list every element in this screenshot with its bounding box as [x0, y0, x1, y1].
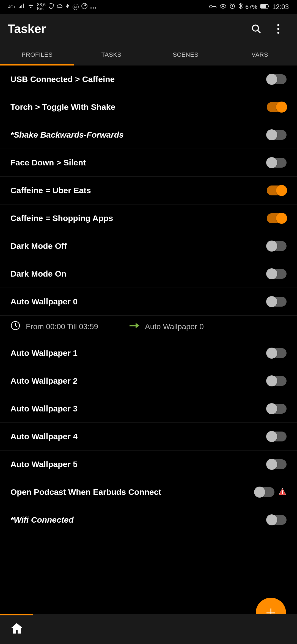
profile-label: Auto Wallpaper 2 [10, 376, 267, 386]
profile-context-label: From 00:00 Till 03:59 [26, 322, 98, 331]
profile-label: Torch > Toggle With Shake [10, 102, 267, 112]
alarm-icon [229, 3, 235, 11]
profile-toggle[interactable] [267, 376, 287, 386]
network-speed: 88,6 K/s [37, 3, 46, 11]
app-title: Tasker [8, 22, 245, 36]
profile-row[interactable]: Torch > Toggle With Shake [0, 93, 297, 121]
profile-label: Auto Wallpaper 4 [10, 432, 267, 441]
profile-label: Dark Mode On [10, 269, 267, 279]
clock-icon [10, 321, 20, 332]
tab-scenes[interactable]: SCENES [148, 44, 223, 66]
eye-icon [219, 3, 227, 10]
tab-vars[interactable]: VARS [223, 44, 297, 66]
profile-row[interactable]: Auto Wallpaper 2 [0, 367, 297, 395]
svg-rect-9 [261, 5, 266, 8]
profile-task[interactable]: Auto Wallpaper 0 [130, 322, 204, 331]
profile-row[interactable]: Dark Mode Off [0, 232, 297, 260]
app-bar: Tasker [0, 14, 297, 44]
profile-detail[interactable]: From 00:00 Till 03:59Auto Wallpaper 0 [0, 316, 297, 339]
profile-label: Dark Mode Off [10, 241, 267, 251]
overflow-menu-button[interactable] [267, 18, 289, 40]
search-button[interactable] [245, 18, 267, 40]
profile-toggle[interactable] [267, 515, 287, 525]
bottom-progress-indicator [0, 614, 33, 615]
profile-row[interactable]: Dark Mode On [0, 260, 297, 288]
profile-context[interactable]: From 00:00 Till 03:59 [10, 321, 98, 332]
home-button[interactable] [10, 622, 24, 636]
overflow-menu-icon [277, 24, 279, 34]
wifi-icon [27, 3, 34, 10]
svg-point-13 [277, 28, 279, 30]
profile-label: USB Connected > Caffeine [10, 75, 267, 84]
profile-row[interactable]: Caffeine = Shopping Apps [0, 204, 297, 232]
shield-icon [48, 3, 54, 11]
profile-row[interactable]: Auto Wallpaper 1 [0, 339, 297, 367]
tab-profiles[interactable]: PROFILES [0, 44, 74, 66]
tab-bar: PROFILESTASKSSCENESVARS [0, 44, 297, 66]
profile-row[interactable]: Open Podcast When Earbuds Connect [0, 478, 297, 506]
cloud-icon [57, 3, 63, 10]
profile-toggle[interactable] [267, 130, 287, 140]
profile-label: Auto Wallpaper 3 [10, 404, 267, 413]
svg-rect-16 [282, 490, 283, 493]
steam-icon [81, 3, 87, 11]
svg-rect-17 [282, 493, 283, 494]
profile-toggle[interactable] [267, 459, 287, 469]
warning-icon [278, 488, 287, 496]
profile-toggle[interactable] [267, 432, 287, 441]
profile-toggle[interactable] [267, 213, 287, 223]
profile-toggle[interactable] [267, 102, 287, 112]
svg-point-14 [277, 32, 279, 34]
profile-toggle[interactable] [267, 241, 287, 251]
status-right: 67% 12:03 [209, 3, 289, 11]
circle-67-icon: 67 [73, 4, 79, 10]
profile-row[interactable]: Auto Wallpaper 3 [0, 395, 297, 423]
profile-toggle[interactable] [267, 297, 287, 307]
svg-point-11 [252, 25, 258, 31]
svg-point-1 [84, 4, 86, 6]
profile-toggle[interactable] [267, 74, 287, 84]
profile-row[interactable]: *Wifi Connected [0, 506, 297, 534]
profile-toggle[interactable] [267, 269, 287, 279]
profile-toggle[interactable] [267, 348, 287, 358]
profile-row[interactable]: Auto Wallpaper 0 [0, 288, 297, 316]
profile-row[interactable]: USB Connected > Caffeine [0, 66, 297, 93]
profile-row[interactable]: Auto Wallpaper 4 [0, 423, 297, 451]
status-bar: 4G+ 88,6 K/s 67 [0, 0, 297, 14]
profile-toggle[interactable] [267, 404, 287, 414]
home-icon [10, 622, 24, 635]
profile-row[interactable]: Auto Wallpaper 5 [0, 451, 297, 478]
svg-point-2 [90, 7, 92, 9]
arrow-right-icon [130, 322, 139, 331]
tab-tasks[interactable]: TASKS [74, 44, 148, 66]
profile-label: Caffeine = Shopping Apps [10, 214, 267, 223]
profile-label: Open Podcast When Earbuds Connect [10, 487, 255, 497]
profile-label: Auto Wallpaper 0 [10, 297, 267, 306]
profile-row[interactable]: Caffeine = Uber Eats [0, 177, 297, 204]
search-icon [251, 23, 262, 34]
svg-point-12 [277, 24, 279, 26]
svg-point-0 [82, 3, 87, 9]
profile-row[interactable]: Face Down > Silent [0, 149, 297, 177]
profile-task-label: Auto Wallpaper 0 [145, 322, 204, 331]
profile-label: *Wifi Connected [10, 515, 267, 525]
key-icon [209, 3, 217, 10]
profile-label: Face Down > Silent [10, 158, 267, 167]
status-left: 4G+ 88,6 K/s 67 [8, 3, 96, 11]
more-dots-icon [90, 3, 96, 10]
svg-point-4 [95, 7, 96, 9]
battery-percent: 67% [245, 3, 257, 10]
profile-label: *Shake Backwards-Forwards [10, 130, 267, 140]
profile-label: Auto Wallpaper 5 [10, 460, 267, 469]
profile-toggle[interactable] [267, 185, 287, 195]
profile-toggle[interactable] [267, 158, 287, 168]
svg-point-3 [93, 7, 94, 9]
profile-toggle[interactable] [255, 487, 274, 497]
svg-rect-10 [268, 6, 269, 7]
network-type-icon: 4G+ [8, 5, 16, 9]
profile-list[interactable]: USB Connected > CaffeineTorch > Toggle W… [0, 66, 297, 534]
profile-row[interactable]: *Shake Backwards-Forwards [0, 121, 297, 149]
bottom-bar [0, 614, 297, 644]
battery-icon [260, 3, 270, 10]
lightning-icon [66, 3, 70, 11]
